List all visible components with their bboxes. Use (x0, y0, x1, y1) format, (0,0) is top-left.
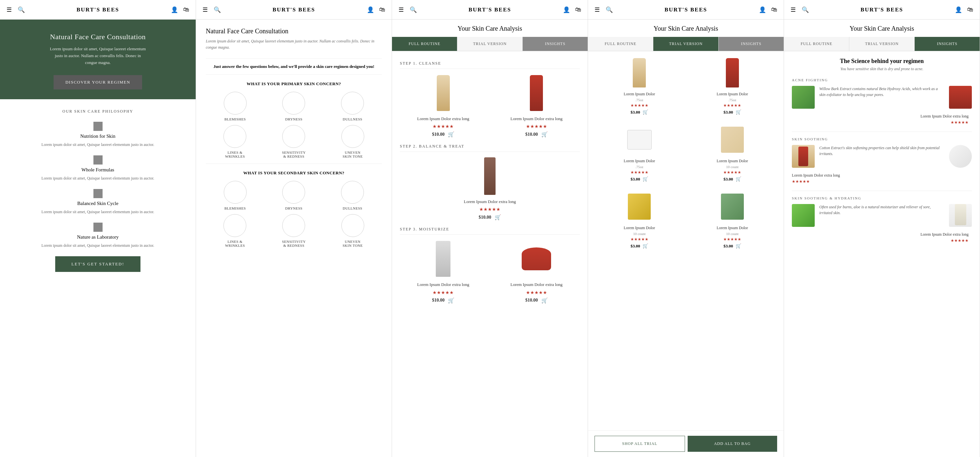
cart-icon-5[interactable]: 🛍 (967, 6, 973, 13)
step-3-header: STEP 3. MOISTURIZE (400, 227, 580, 235)
menu-icon-2[interactable]: ☰ (202, 6, 208, 13)
insights-heading: The Science behind your regimen (792, 58, 972, 65)
concern-dullness-1[interactable]: DULLNESS (341, 92, 364, 121)
search-icon-2[interactable]: 🔍 (214, 6, 221, 13)
trial-cart-4[interactable]: 🛒 (736, 176, 741, 182)
concern-dullness-2[interactable]: DULLNESS (341, 181, 364, 210)
uneven-circle-2[interactable] (341, 214, 364, 237)
add-to-cart-3-2[interactable]: 🛒 (541, 297, 548, 303)
cart-icon[interactable]: 🛍 (183, 6, 189, 13)
get-started-button[interactable]: LET'S GET STARTED! (55, 256, 141, 272)
cart-icon-3[interactable]: 🛍 (575, 6, 581, 13)
philosophy-item-2-desc: Lorem ipsum dolor sit amet, Quisque laor… (10, 175, 186, 181)
trial-cart-6[interactable]: 🛒 (736, 243, 741, 249)
account-icon[interactable]: 👤 (171, 6, 178, 13)
tab-full-routine-3[interactable]: FULL ROUTINE (392, 37, 457, 51)
hydrating-ingredient-img (792, 204, 815, 227)
product-1-2-price: $10.00 (525, 132, 538, 137)
tab-trial-version-3[interactable]: TRIAL VERSION (457, 37, 523, 51)
concern-sensitivity-1[interactable]: SENSITIVITY& REDNESS (282, 125, 306, 158)
concern-lines-1[interactable]: LINES &WRINKLES (223, 125, 246, 158)
soothing-row: Cotton Extract's skin softening properti… (792, 145, 972, 168)
panel-2: ☰ 🔍 BURT'S BEES 👤 🛍 Natural Face Care Co… (196, 0, 392, 457)
trial-price-6: $3.00 (724, 243, 733, 249)
product-3-1-stars: ★★★★★ (400, 290, 487, 295)
dullness-circle-2[interactable] (341, 181, 364, 204)
concern-sensitivity-2[interactable]: SENSITIVITY& REDNESS (282, 214, 306, 248)
tab-insights-4[interactable]: INSIGHTS (719, 37, 784, 51)
account-icon-4[interactable]: 👤 (759, 6, 766, 13)
concern-uneven-1[interactable]: UNEVENSKIN TONE (341, 125, 364, 158)
philosophy-item-3-title: Balanced Skin Cycle (10, 201, 186, 206)
trial-cart-1[interactable]: 🛒 (643, 109, 648, 115)
trial-cart-5[interactable]: 🛒 (643, 243, 648, 249)
tab-trial-version-4[interactable]: TRIAL VERSION (653, 37, 719, 51)
add-to-cart-1-2[interactable]: 🛒 (541, 131, 548, 137)
tab-full-routine-5[interactable]: FULL ROUTINE (784, 37, 850, 51)
hydrating-product-img (949, 204, 972, 227)
trial-stars-2: ★★★★★ (687, 103, 778, 108)
discover-button[interactable]: DISCOVER YOUR REGIMEN (54, 75, 142, 89)
lines-circle-1[interactable] (223, 125, 246, 148)
navbar-left-5: ☰ 🔍 (791, 6, 809, 13)
trial-cart-2[interactable]: 🛒 (736, 109, 741, 115)
sensitivity-circle-2[interactable] (282, 214, 305, 237)
blemishes-circle-2[interactable] (224, 181, 247, 204)
product-1-1-price: $10.00 (432, 132, 445, 137)
add-to-cart-1-1[interactable]: 🛒 (448, 131, 454, 137)
add-to-cart-2-1[interactable]: 🛒 (495, 214, 501, 221)
search-icon-5[interactable]: 🔍 (802, 6, 809, 13)
account-icon-3[interactable]: 👤 (563, 6, 570, 13)
search-icon[interactable]: 🔍 (18, 6, 25, 13)
trial-price-1: $3.00 (630, 109, 640, 115)
concern-uneven-2[interactable]: UNEVENSKIN TONE (341, 214, 364, 248)
trial-size-6: 10 count (687, 232, 778, 236)
dryness-label-1: DRYNESS (285, 117, 302, 121)
navbar-left-2: ☰ 🔍 (202, 6, 221, 13)
navbar-right-5: 👤 🛍 (955, 6, 973, 13)
search-icon-4[interactable]: 🔍 (606, 6, 613, 13)
acne-text: Willow Bark Extract contains natural Bet… (819, 86, 944, 109)
tab-insights-3[interactable]: INSIGHTS (523, 37, 588, 51)
menu-icon-4[interactable]: ☰ (595, 6, 600, 13)
philosophy-item-2: Whole Formulas Lorem ipsum dolor sit ame… (10, 156, 186, 181)
account-icon-2[interactable]: 👤 (367, 6, 374, 13)
trial-cart-3[interactable]: 🛒 (643, 176, 648, 182)
product-pump-img (436, 241, 450, 277)
concern-lines-2[interactable]: LINES &WRINKLES (223, 214, 246, 248)
menu-icon-3[interactable]: ☰ (399, 6, 404, 13)
menu-icon-5[interactable]: ☰ (791, 6, 796, 13)
navbar-4: ☰ 🔍 BURT'S BEES 👤 🛍 (588, 0, 784, 20)
concern-dryness-2[interactable]: DRYNESS (282, 181, 305, 210)
shop-all-trial-button[interactable]: SHOP ALL TRIAL (595, 436, 685, 452)
navbar-2: ☰ 🔍 BURT'S BEES 👤 🛍 (196, 0, 392, 20)
tab-full-routine-4[interactable]: FULL ROUTINE (588, 37, 653, 51)
blemishes-circle-1[interactable] (224, 92, 247, 114)
trial-price-4: $3.00 (724, 176, 733, 182)
tab-trial-version-5[interactable]: TRIAL VERSION (850, 37, 915, 51)
trial-packet-yellow-5 (628, 194, 651, 220)
add-to-cart-3-1[interactable]: 🛒 (448, 297, 454, 303)
dullness-circle-1[interactable] (341, 92, 364, 114)
dryness-circle-2[interactable] (282, 181, 305, 204)
blemishes-label-1: BLEMISHES (224, 117, 246, 121)
account-icon-5[interactable]: 👤 (955, 6, 962, 13)
cart-icon-4[interactable]: 🛍 (771, 6, 777, 13)
uneven-circle-1[interactable] (341, 125, 364, 148)
panel4-title: Your Skin Care Analysis (596, 25, 776, 32)
tab-insights-5[interactable]: INSIGHTS (915, 37, 980, 51)
product-2-1-price: $10.00 (479, 215, 491, 220)
concern-dryness-1[interactable]: DRYNESS (282, 92, 305, 121)
sensitivity-circle-1[interactable] (282, 125, 305, 148)
concern-blemishes-1[interactable]: BLEMISHES (224, 92, 247, 121)
menu-icon[interactable]: ☰ (6, 6, 12, 13)
dryness-circle-1[interactable] (282, 92, 305, 114)
brand-logo-3: BURT'S BEES (468, 6, 511, 13)
cart-icon-2[interactable]: 🛍 (379, 6, 385, 13)
navbar-3: ☰ 🔍 BURT'S BEES 👤 🛍 (392, 0, 588, 20)
concern-blemishes-2[interactable]: BLEMISHES (224, 181, 247, 210)
lines-circle-2[interactable] (223, 214, 246, 237)
search-icon-3[interactable]: 🔍 (410, 6, 417, 13)
product-3-2: Lorem Ipsum Dolor extra long ★★★★★ $10.0… (493, 239, 580, 303)
add-all-to-bag-button[interactable]: ADD ALL TO BAG (687, 436, 778, 452)
